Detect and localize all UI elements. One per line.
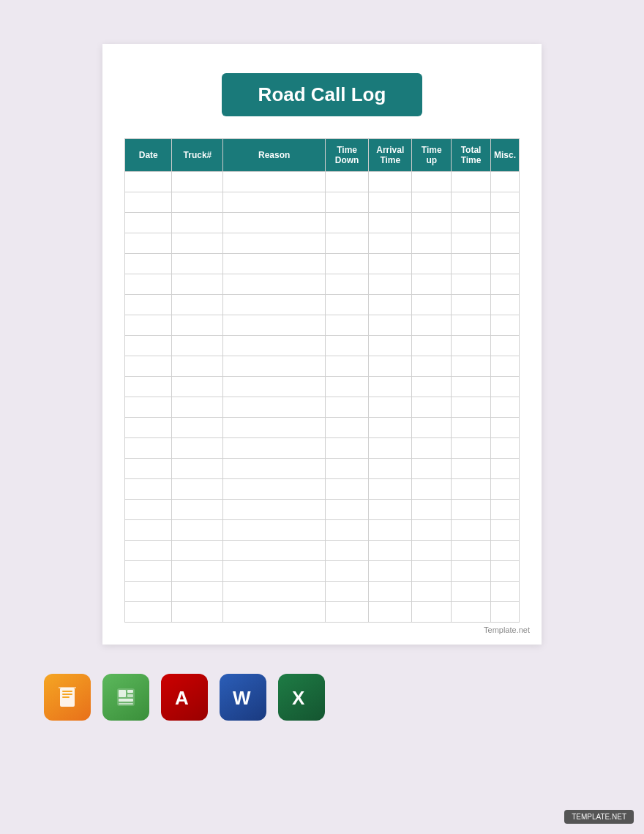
table-cell — [452, 192, 491, 213]
icons-row: A W X — [0, 674, 644, 721]
table-cell — [172, 561, 223, 582]
table-cell — [223, 295, 326, 315]
table-cell — [412, 377, 452, 397]
table-cell — [369, 233, 412, 254]
table-cell — [412, 172, 452, 192]
svg-text:W: W — [233, 687, 251, 709]
table-cell — [452, 377, 491, 397]
table-cell — [172, 336, 223, 356]
svg-rect-8 — [119, 699, 133, 702]
table-cell — [125, 418, 172, 438]
table-cell — [490, 274, 519, 295]
table-cell — [172, 459, 223, 479]
table-cell — [452, 295, 491, 315]
table-cell — [223, 479, 326, 500]
table-cell — [369, 356, 412, 377]
table-cell — [452, 438, 491, 459]
table-cell — [326, 377, 369, 397]
table-cell — [326, 397, 369, 418]
table-cell — [223, 336, 326, 356]
table-cell — [369, 582, 412, 602]
table-cell — [172, 500, 223, 520]
table-cell — [326, 254, 369, 274]
table-cell — [172, 377, 223, 397]
icon-numbers[interactable] — [102, 674, 149, 721]
table-cell — [369, 192, 412, 213]
table-cell — [326, 582, 369, 602]
table-cell — [125, 295, 172, 315]
table-cell — [452, 336, 491, 356]
table-row — [125, 438, 520, 459]
table-cell — [326, 315, 369, 336]
icon-excel[interactable]: X — [278, 674, 325, 721]
table-cell — [452, 520, 491, 541]
table-cell — [326, 274, 369, 295]
table-cell — [412, 397, 452, 418]
table-row — [125, 336, 520, 356]
table-cell — [223, 459, 326, 479]
table-row — [125, 397, 520, 418]
svg-rect-6 — [127, 690, 133, 693]
table-cell — [125, 192, 172, 213]
table-cell — [223, 520, 326, 541]
table-cell — [172, 582, 223, 602]
table-cell — [412, 418, 452, 438]
table-row — [125, 172, 520, 192]
table-cell — [223, 561, 326, 582]
table-cell — [125, 172, 172, 192]
table-cell — [369, 459, 412, 479]
table-cell — [452, 418, 491, 438]
col-header-time-up: Timeup — [412, 139, 452, 172]
table-cell — [172, 602, 223, 623]
table-cell — [412, 295, 452, 315]
table-row — [125, 561, 520, 582]
table-cell — [172, 479, 223, 500]
table-cell — [490, 520, 519, 541]
table-cell — [125, 213, 172, 233]
icon-pages[interactable] — [44, 674, 91, 721]
svg-text:X: X — [292, 687, 305, 709]
table-row — [125, 582, 520, 602]
table-cell — [326, 295, 369, 315]
table-row — [125, 315, 520, 336]
log-table: Date Truck# Reason TimeDown ArrivalTime … — [124, 138, 520, 623]
table-cell — [452, 500, 491, 520]
table-cell — [326, 336, 369, 356]
table-cell — [369, 274, 412, 295]
table-cell — [172, 295, 223, 315]
table-cell — [490, 336, 519, 356]
table-cell — [326, 561, 369, 582]
table-cell — [125, 500, 172, 520]
table-cell — [490, 254, 519, 274]
svg-text:A: A — [175, 687, 189, 709]
table-cell — [490, 500, 519, 520]
table-cell — [223, 233, 326, 254]
table-cell — [125, 356, 172, 377]
table-cell — [223, 172, 326, 192]
table-cell — [172, 438, 223, 459]
table-cell — [369, 336, 412, 356]
table-cell — [326, 479, 369, 500]
table-row — [125, 274, 520, 295]
table-cell — [490, 377, 519, 397]
table-cell — [369, 377, 412, 397]
table-cell — [369, 500, 412, 520]
table-cell — [172, 274, 223, 295]
table-cell — [412, 233, 452, 254]
table-cell — [326, 500, 369, 520]
icon-acrobat[interactable]: A — [161, 674, 208, 721]
icon-word[interactable]: W — [220, 674, 266, 721]
table-cell — [369, 315, 412, 336]
table-cell — [490, 315, 519, 336]
table-cell — [452, 274, 491, 295]
table-cell — [369, 479, 412, 500]
col-header-truck: Truck# — [172, 139, 223, 172]
table-row — [125, 520, 520, 541]
table-cell — [223, 438, 326, 459]
table-cell — [326, 356, 369, 377]
table-cell — [412, 561, 452, 582]
table-cell — [172, 418, 223, 438]
page-container: Road Call Log Date Truck# Reason TimeDow… — [0, 0, 644, 834]
table-cell — [412, 459, 452, 479]
table-cell — [452, 213, 491, 233]
